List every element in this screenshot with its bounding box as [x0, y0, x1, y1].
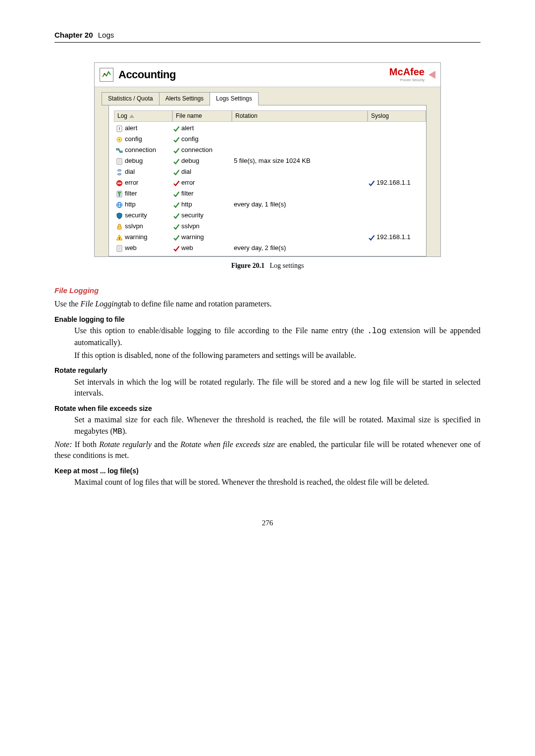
- figure-caption-text: Log settings: [270, 262, 304, 269]
- rotation-value: every day, 1 file(s): [232, 200, 368, 209]
- sort-ascending-icon: [129, 114, 134, 118]
- file-name: http: [181, 200, 192, 209]
- table-row[interactable]: !alertalert: [114, 123, 426, 134]
- file-name: sslvpn: [181, 222, 200, 231]
- chapter-number: Chapter 20: [54, 31, 93, 39]
- intro-paragraph: Use the File Loggingtab to define file n…: [54, 299, 481, 309]
- screenshot-container: Accounting McAfee Proven Security Statis…: [94, 62, 441, 257]
- checkmark-icon: [172, 234, 180, 242]
- figure-caption: Figure 20.1 Log settings: [94, 261, 441, 271]
- table-row[interactable]: webwebevery day, 2 file(s): [114, 243, 426, 254]
- table-row[interactable]: dialdial: [114, 167, 426, 178]
- dd-enable-logging-2: If this option is disabled, none of the …: [74, 350, 481, 361]
- brand-logo: McAfee Proven Security: [389, 67, 435, 83]
- checkmark-icon: [172, 125, 180, 133]
- brand-tagline: Proven Security: [389, 78, 425, 83]
- sslvpn-icon: [116, 223, 123, 230]
- log-name: alert: [125, 124, 137, 133]
- table-row[interactable]: securitysecurity: [114, 210, 426, 221]
- file-name: dial: [181, 167, 191, 176]
- syslog-value: 192.168.1.1: [376, 233, 411, 242]
- tab-alerts-settings[interactable]: Alerts Settings: [160, 92, 210, 105]
- section-title-file-logging: File Logging: [54, 285, 481, 296]
- error-icon: [116, 180, 123, 187]
- log-name: warning: [125, 233, 148, 242]
- rotation-value: 5 file(s), max size 1024 KB: [232, 156, 368, 165]
- checkmark-icon: [172, 179, 180, 187]
- column-header-syslog[interactable]: Syslog: [368, 110, 426, 122]
- config-icon: [116, 136, 123, 143]
- table-row[interactable]: configconfig: [114, 134, 426, 145]
- rotation-value: every day, 2 file(s): [232, 244, 368, 252]
- dt-enable-logging: Enable logging to file: [54, 315, 481, 325]
- window-title: Accounting: [118, 67, 176, 83]
- table-row[interactable]: errorerror192.168.1.1: [114, 178, 426, 189]
- svg-rect-19: [117, 226, 121, 229]
- table-row[interactable]: connectionconnection: [114, 145, 426, 156]
- svg-rect-13: [117, 183, 121, 184]
- table-row[interactable]: filterfilter: [114, 189, 426, 200]
- svg-rect-5: [116, 149, 119, 150]
- column-header-log[interactable]: Log: [114, 110, 172, 122]
- checkmark-icon: [172, 157, 180, 165]
- table-row[interactable]: !warningwarning192.168.1.1: [114, 232, 426, 243]
- figure-label: Figure 20.1: [231, 262, 265, 269]
- dd-rotate-regularly: Set intervals in which the log will be r…: [74, 377, 481, 399]
- column-header-rotation[interactable]: Rotation: [232, 110, 368, 122]
- checkmark-icon: [172, 147, 180, 154]
- tab-statistics-quota[interactable]: Statistics / Quota: [102, 92, 160, 105]
- brand-corner-icon: [428, 71, 435, 79]
- checkmark-icon: [172, 223, 180, 231]
- file-name: warning: [181, 233, 204, 242]
- log-name: config: [125, 135, 142, 144]
- log-name: filter: [125, 189, 137, 198]
- chapter-title: Logs: [98, 31, 114, 39]
- security-icon: [116, 212, 123, 219]
- log-name: connection: [125, 146, 156, 154]
- table-row[interactable]: debugdebug5 file(s), max size 1024 KB: [114, 156, 426, 167]
- svg-point-4: [119, 139, 120, 140]
- column-header-filename[interactable]: File name: [172, 110, 232, 122]
- window-header: Accounting McAfee Proven Security: [95, 63, 440, 87]
- file-name: config: [181, 135, 199, 144]
- dial-icon: [116, 169, 123, 176]
- log-name: http: [125, 200, 136, 209]
- file-name: web: [181, 244, 193, 252]
- app-icon: [100, 68, 113, 82]
- log-name: dial: [125, 167, 135, 176]
- dt-rotate-regularly: Rotate regularly: [54, 366, 481, 376]
- svg-point-0: [104, 73, 106, 74]
- log-name: security: [125, 211, 147, 220]
- filter-icon: [116, 191, 123, 198]
- syslog-value: 192.168.1.1: [376, 178, 411, 187]
- file-name: security: [181, 211, 204, 220]
- table-row[interactable]: httphttpevery day, 1 file(s): [114, 200, 426, 210]
- file-name: error: [181, 178, 195, 187]
- file-name: debug: [181, 156, 199, 165]
- checkmark-icon: [172, 245, 180, 252]
- svg-line-7: [119, 149, 120, 151]
- svg-text:!: !: [119, 126, 120, 131]
- dd-keep-at-most: Maximal count of log files that will be …: [74, 477, 481, 488]
- http-icon: [116, 202, 123, 208]
- table-row[interactable]: sslvpnsslvpn: [114, 221, 426, 232]
- tab-logs-settings[interactable]: Logs Settings: [210, 92, 259, 105]
- dt-keep-at-most: Keep at most ... log file(s): [54, 466, 481, 476]
- checkmark-icon: [172, 190, 180, 198]
- file-name: alert: [181, 124, 194, 133]
- tab-panel-logs-settings: Log File name Rotation Syslog !alertaler…: [108, 105, 427, 256]
- grid-header: Log File name Rotation Syslog: [114, 110, 426, 122]
- dd-rotate-size: Set a maximal size for each file. Whenev…: [74, 414, 481, 437]
- file-name: filter: [181, 189, 194, 198]
- warning-icon: !: [116, 234, 123, 241]
- checkmark-icon: [172, 168, 180, 176]
- dd-enable-logging-1: Use this option to enable/disable loggin…: [74, 325, 481, 348]
- debug-icon: [116, 158, 123, 165]
- note-paragraph: Note: If both Rotate regularly and the R…: [54, 439, 481, 461]
- dt-rotate-size: Rotate when file exceeds size: [54, 404, 481, 414]
- checkmark-icon: [172, 136, 180, 144]
- log-name: error: [125, 178, 138, 187]
- tab-row: Statistics / QuotaAlerts SettingsLogs Se…: [95, 87, 440, 256]
- checkmark-icon: [172, 201, 180, 209]
- svg-text:!: !: [119, 236, 120, 241]
